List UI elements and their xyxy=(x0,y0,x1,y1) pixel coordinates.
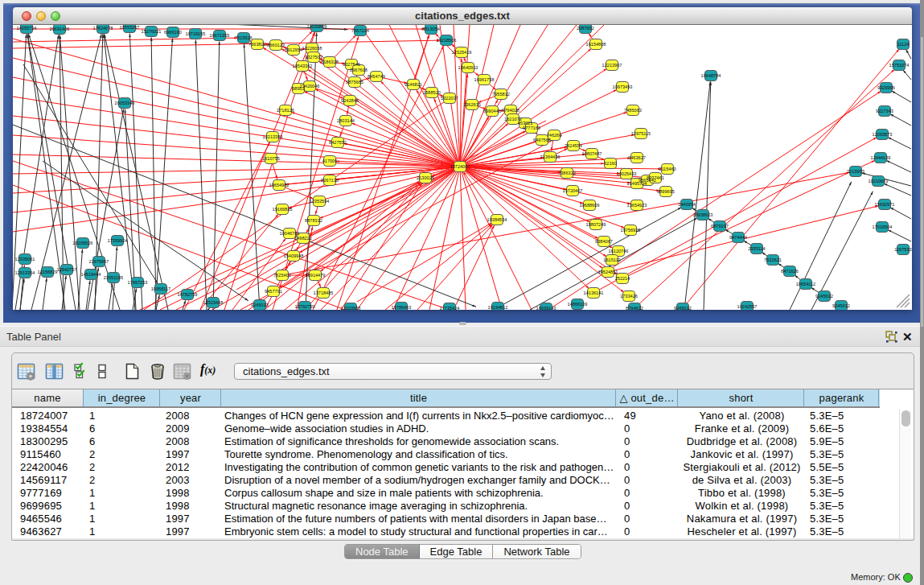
svg-text:8912954: 8912954 xyxy=(285,47,302,52)
svg-text:9474444: 9474444 xyxy=(729,235,747,240)
svg-text:9777169: 9777169 xyxy=(523,126,540,130)
svg-text:6497568: 6497568 xyxy=(533,138,551,142)
svg-text:13786463: 13786463 xyxy=(392,305,412,310)
svg-text:9327503: 9327503 xyxy=(305,55,322,60)
svg-text:14866109: 14866109 xyxy=(568,302,588,307)
svg-text:10973493: 10973493 xyxy=(613,84,633,89)
svg-text:16648784: 16648784 xyxy=(701,73,721,78)
svg-text:22975867: 22975867 xyxy=(89,259,109,264)
svg-text:12093873: 12093873 xyxy=(873,132,893,137)
svg-text:12942757: 12942757 xyxy=(57,267,77,272)
svg-text:1167533: 1167533 xyxy=(894,247,911,252)
svg-text:7663822: 7663822 xyxy=(248,42,266,47)
svg-text:1615112: 1615112 xyxy=(603,257,620,262)
svg-text:1588520: 1588520 xyxy=(423,90,441,95)
svg-text:8878312: 8878312 xyxy=(305,218,322,223)
svg-text:19384554: 19384554 xyxy=(487,217,507,222)
svg-text:20053346: 20053346 xyxy=(115,101,135,105)
svg-text:17957253: 17957253 xyxy=(128,280,148,285)
svg-text:10958117: 10958117 xyxy=(151,286,170,291)
svg-text:15409948: 15409948 xyxy=(284,253,304,258)
svg-text:15692971: 15692971 xyxy=(875,202,895,207)
svg-text:9899695: 9899695 xyxy=(657,189,675,194)
svg-text:10792759: 10792759 xyxy=(295,304,315,309)
svg-text:15720407: 15720407 xyxy=(563,188,583,193)
svg-text:7955812: 7955812 xyxy=(492,92,510,97)
svg-text:16543362: 16543362 xyxy=(293,64,313,68)
svg-text:7485063: 7485063 xyxy=(624,108,642,113)
svg-text:13654923: 13654923 xyxy=(627,203,647,208)
svg-text:1498222: 1498222 xyxy=(294,236,312,241)
svg-text:12353594: 12353594 xyxy=(310,199,330,204)
svg-text:8937461: 8937461 xyxy=(647,175,664,180)
svg-text:9242848: 9242848 xyxy=(341,98,359,103)
svg-text:9115460: 9115460 xyxy=(659,167,676,171)
svg-text:12325419: 12325419 xyxy=(452,50,472,55)
svg-text:7857224: 7857224 xyxy=(351,28,369,33)
svg-text:1362615: 1362615 xyxy=(463,102,481,107)
svg-text:9245012: 9245012 xyxy=(674,306,692,310)
svg-text:19756928: 19756928 xyxy=(621,228,641,233)
svg-text:7515526: 7515526 xyxy=(235,35,253,40)
svg-text:12323468: 12323468 xyxy=(203,300,224,305)
svg-text:12975115: 12975115 xyxy=(631,131,651,136)
svg-text:9245612: 9245612 xyxy=(815,294,833,299)
svg-text:9327546: 9327546 xyxy=(343,62,360,67)
svg-text:6794028: 6794028 xyxy=(502,108,519,113)
svg-text:10719155: 10719155 xyxy=(186,31,206,36)
svg-text:17359924: 17359924 xyxy=(108,238,128,243)
svg-text:9245013: 9245013 xyxy=(251,303,269,307)
svg-text:17824078: 17824078 xyxy=(93,26,113,31)
svg-text:12156829: 12156829 xyxy=(38,270,58,274)
svg-text:12444139: 12444139 xyxy=(871,155,891,160)
svg-text:12023958: 12023958 xyxy=(341,306,361,310)
svg-text:17016504: 17016504 xyxy=(873,225,893,229)
svg-text:1610755: 1610755 xyxy=(262,156,280,161)
svg-text:15751074: 15751074 xyxy=(889,63,910,68)
svg-text:7625402: 7625402 xyxy=(273,273,291,278)
svg-text:16154808: 16154808 xyxy=(586,42,606,47)
svg-text:17735424: 17735424 xyxy=(440,306,460,310)
svg-text:16939143: 16939143 xyxy=(536,306,556,310)
svg-text:21364436: 21364436 xyxy=(540,154,561,159)
svg-text:2087652: 2087652 xyxy=(577,26,594,31)
svg-text:6879197: 6879197 xyxy=(711,224,729,229)
svg-text:14136141: 14136141 xyxy=(584,290,604,295)
svg-text:8454749: 8454749 xyxy=(368,74,385,79)
svg-text:15276021: 15276021 xyxy=(142,29,162,34)
svg-text:8186328: 8186328 xyxy=(321,60,339,64)
svg-text:10807487: 10807487 xyxy=(582,151,602,156)
svg-text:12213967: 12213967 xyxy=(602,63,622,68)
svg-text:12213389: 12213389 xyxy=(263,134,283,139)
svg-text:10210663: 10210663 xyxy=(869,179,889,183)
svg-text:16914479: 16914479 xyxy=(306,273,326,278)
svg-text:3624554: 3624554 xyxy=(565,143,582,148)
svg-text:10688609: 10688609 xyxy=(580,203,600,208)
svg-text:13718485: 13718485 xyxy=(314,290,334,295)
svg-text:8660123: 8660123 xyxy=(267,43,285,47)
svg-text:2935114: 2935114 xyxy=(748,246,765,251)
svg-text:9146821: 9146821 xyxy=(405,82,422,87)
svg-text:98901: 98901 xyxy=(292,86,305,91)
svg-text:19194812: 19194812 xyxy=(488,305,508,310)
svg-text:15640910: 15640910 xyxy=(458,65,478,70)
svg-text:9245012: 9245012 xyxy=(832,303,850,308)
svg-text:10654112: 10654112 xyxy=(796,282,815,286)
svg-text:13226058: 13226058 xyxy=(302,46,322,51)
svg-text:8267130: 8267130 xyxy=(321,178,339,183)
svg-text:62160: 62160 xyxy=(604,161,617,166)
svg-text:5875685: 5875685 xyxy=(346,80,363,84)
svg-text:3215953: 3215953 xyxy=(847,169,864,174)
svg-text:12913354: 12913354 xyxy=(15,270,35,275)
svg-text:8471626: 8471626 xyxy=(781,269,799,274)
svg-text:19166825: 19166825 xyxy=(273,207,293,212)
svg-text:8990448: 8990448 xyxy=(483,109,501,113)
svg-text:9227343: 9227343 xyxy=(876,109,893,113)
svg-text:1733426: 1733426 xyxy=(620,294,638,299)
svg-text:20691406: 20691406 xyxy=(50,27,70,31)
svg-text:9384067: 9384067 xyxy=(595,239,613,244)
svg-text:8794632: 8794632 xyxy=(626,306,643,310)
svg-text:10242557: 10242557 xyxy=(737,304,758,309)
svg-text:2718126: 2718126 xyxy=(277,108,294,113)
svg-text:2130025: 2130025 xyxy=(417,175,434,180)
